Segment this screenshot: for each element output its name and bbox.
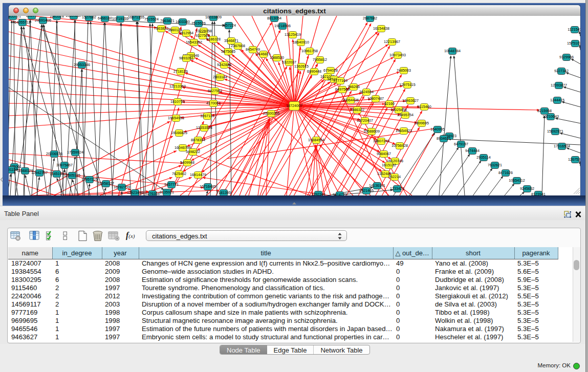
svg-text:2367608: 2367608 — [231, 43, 245, 48]
svg-text:19218506: 19218506 — [274, 24, 291, 28]
svg-text:10961758: 10961758 — [301, 49, 318, 53]
svg-text:7663821: 7663821 — [160, 18, 175, 23]
svg-text:19654923: 19654923 — [396, 128, 412, 133]
svg-text:7663822: 7663822 — [154, 26, 168, 31]
svg-text:20206576: 20206576 — [46, 151, 62, 156]
svg-text:13463627: 13463627 — [402, 98, 419, 103]
svg-text:20691406: 20691406 — [35, 18, 51, 23]
svg-text:8123941: 8123941 — [531, 192, 546, 195]
svg-text:12975115: 12975115 — [399, 82, 415, 87]
svg-text:7857224: 7857224 — [222, 23, 236, 28]
svg-text:7515524: 7515524 — [144, 17, 159, 21]
svg-text:4170061: 4170061 — [206, 101, 221, 105]
svg-text:8135921: 8135921 — [160, 190, 174, 194]
svg-text:16914479: 16914479 — [190, 172, 206, 177]
svg-text:9276354: 9276354 — [145, 191, 160, 195]
svg-text:8471626: 8471626 — [498, 170, 513, 175]
svg-text:1292344: 1292344 — [311, 192, 325, 195]
svg-text:5498222: 5498222 — [186, 149, 200, 154]
svg-text:7632621: 7632621 — [488, 163, 502, 167]
svg-text:9777169: 9777169 — [333, 78, 347, 83]
svg-text:6479197: 6479197 — [454, 142, 468, 146]
svg-text:10688609: 10688609 — [363, 129, 380, 134]
svg-text:1640995: 1640995 — [430, 127, 445, 132]
svg-text:17957225: 17957225 — [81, 177, 98, 182]
svg-text:14136141: 14136141 — [369, 183, 385, 188]
svg-text:14855721: 14855721 — [9, 16, 21, 18]
svg-text:1267533: 1267533 — [568, 157, 580, 162]
svg-text:9414772: 9414772 — [333, 192, 347, 195]
svg-text:13125419: 13125419 — [285, 32, 301, 37]
svg-text:12213967: 12213967 — [384, 39, 400, 44]
svg-text:12942757: 12942757 — [31, 170, 48, 175]
svg-text:17359924: 17359924 — [67, 150, 83, 155]
svg-text:8878334: 8878334 — [191, 138, 205, 142]
svg-text:1244415: 1244415 — [550, 98, 564, 102]
svg-text:7986322: 7986322 — [350, 107, 364, 112]
svg-text:30975867: 30975867 — [56, 163, 73, 167]
svg-text:12093877: 12093877 — [551, 83, 567, 87]
svg-text:10958127: 10958127 — [98, 181, 114, 186]
svg-text:1527602: 1527602 — [82, 16, 96, 19]
svg-text:6466160: 6466160 — [98, 16, 112, 20]
svg-text:18640910: 18640910 — [293, 40, 309, 45]
svg-text:9245652: 9245652 — [520, 186, 534, 191]
svg-text:10719155: 10719155 — [112, 16, 128, 21]
svg-text:16543362: 16543362 — [186, 40, 202, 45]
svg-text:2687682: 2687682 — [363, 16, 377, 20]
svg-text:9457771: 9457771 — [164, 182, 179, 187]
svg-text:7181395: 7181395 — [216, 190, 231, 195]
svg-text:11568129: 11568129 — [17, 168, 33, 173]
svg-text:6794028: 6794028 — [323, 68, 338, 73]
svg-text:12213363: 12213363 — [169, 84, 186, 89]
svg-text:8934621: 8934621 — [437, 136, 451, 141]
svg-text:8921465: 8921465 — [359, 188, 374, 193]
svg-text:18724007: 18724007 — [286, 103, 302, 108]
svg-text:15720407: 15720407 — [357, 118, 373, 123]
svg-text:15751074: 15751074 — [567, 41, 580, 46]
svg-text:16154838: 16154838 — [373, 26, 389, 31]
svg-text:9146821: 9146821 — [256, 52, 271, 56]
svg-text:3624554: 3624554 — [359, 90, 374, 94]
svg-text:8215958: 8215958 — [537, 108, 552, 113]
svg-text:13495754: 13495754 — [397, 113, 413, 117]
svg-text:10807487: 10807487 — [367, 96, 384, 101]
svg-text:19384554: 19384554 — [308, 138, 324, 142]
svg-text:9227342: 9227342 — [554, 69, 569, 73]
svg-text:15692971: 15692971 — [547, 129, 563, 134]
svg-text:25300255: 25300255 — [263, 111, 279, 116]
svg-text:10654112: 10654112 — [509, 178, 525, 183]
svg-text:1362615: 1362615 — [294, 64, 309, 69]
svg-text:10648784: 10648784 — [444, 49, 461, 53]
svg-text:12505135: 12505135 — [64, 173, 80, 178]
svg-text:16671355: 16671355 — [128, 16, 144, 19]
svg-text:6899695: 6899695 — [415, 121, 429, 125]
svg-text:10973493: 10973493 — [389, 53, 406, 57]
svg-text:3267110: 3267110 — [200, 114, 214, 118]
svg-text:1121543: 1121543 — [568, 27, 580, 32]
svg-text:1588520: 1588520 — [270, 55, 284, 60]
svg-text:19166825: 19166825 — [171, 130, 187, 135]
svg-text:15716485: 15716485 — [200, 184, 216, 189]
svg-text:13353594: 13353594 — [196, 125, 212, 130]
svg-text:7485003: 7485003 — [397, 68, 411, 73]
svg-text:16033809: 16033809 — [205, 16, 222, 19]
svg-text:9474444: 9474444 — [465, 148, 480, 153]
svg-text:1391159: 1391159 — [9, 167, 18, 172]
svg-text:9084067: 9084067 — [377, 151, 391, 156]
svg-text:6990448: 6990448 — [307, 69, 321, 74]
svg-text:8454749: 8454749 — [246, 47, 260, 52]
svg-text:3912954: 3912954 — [179, 31, 193, 35]
svg-text:9115460: 9115460 — [417, 104, 431, 109]
svg-text:9329966: 9329966 — [559, 55, 574, 59]
svg-text:16782759: 16782759 — [114, 185, 130, 189]
svg-text:1603380: 1603380 — [176, 19, 190, 24]
svg-text:12923446: 12923446 — [127, 190, 143, 195]
svg-text:1085328: 1085328 — [50, 16, 64, 18]
svg-text:1615132: 1615132 — [382, 163, 396, 167]
svg-text:16210643: 16210643 — [542, 114, 559, 119]
svg-text:2803144: 2803144 — [213, 75, 227, 79]
svg-text:1810755: 1810755 — [170, 99, 185, 104]
svg-text:252214: 252214 — [388, 174, 401, 179]
svg-text:18807249: 18807249 — [373, 139, 389, 143]
